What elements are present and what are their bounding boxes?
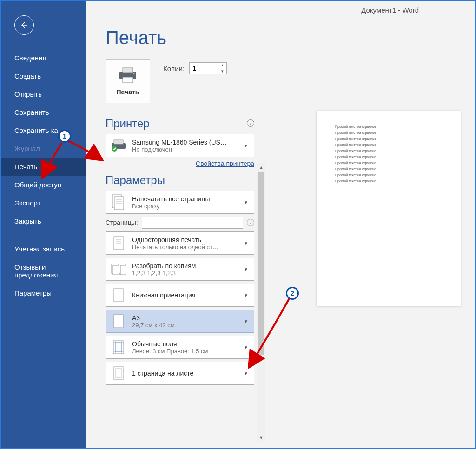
setting-dropdown-1[interactable]: Односторонняя печатьПечатать только на о… <box>106 231 254 255</box>
nav-item-1[interactable]: Создать <box>1 67 86 85</box>
setting-icon <box>110 260 127 278</box>
setting-dropdown-2[interactable]: Разобрать по копиям1,2,3 1,2,3 1,2,3▼ <box>106 258 254 281</box>
setting-icon <box>110 286 127 304</box>
window-title: Документ1 - Word <box>361 6 419 14</box>
annotation-badge-2: 2 <box>286 287 299 300</box>
back-button[interactable] <box>14 15 34 35</box>
print-panel: Печать Печать Копии: ▲ ▼ <box>86 18 475 448</box>
setting-line1: Разобрать по копиям <box>132 262 237 270</box>
setting-dropdown-6[interactable]: 1 страница на листе▼ <box>106 362 254 385</box>
setting-icon <box>110 234 127 252</box>
copies-input[interactable] <box>190 63 218 74</box>
preview-line: Простой текст на странице <box>335 137 442 140</box>
chevron-down-icon: ▼ <box>242 241 250 246</box>
svg-rect-21 <box>114 315 123 328</box>
chevron-down-icon: ▼ <box>242 143 250 148</box>
pages-label: Страницы: <box>106 219 138 226</box>
scroll-thumb[interactable] <box>258 172 264 355</box>
chevron-down-icon: ▼ <box>242 267 250 272</box>
printer-properties-link[interactable]: Свойства принтера <box>106 160 254 167</box>
svg-rect-1 <box>123 68 133 73</box>
info-icon[interactable]: i <box>247 219 254 226</box>
nav-item-6[interactable]: Печать <box>1 158 86 176</box>
nav-item-0[interactable]: Сведения <box>1 49 86 67</box>
printer-dropdown[interactable]: Samsung ML-1860 Series (US… Не подключен… <box>106 134 254 157</box>
printer-device-icon <box>110 139 127 152</box>
setting-line1: Односторонняя печать <box>132 236 237 244</box>
preview-line: Простой текст на странице <box>335 125 442 128</box>
copies-spinner[interactable]: ▲ ▼ <box>189 62 227 74</box>
setting-line1: Обычные поля <box>132 340 237 348</box>
chevron-down-icon: ▼ <box>242 200 250 205</box>
printer-status: Не подключен <box>132 146 237 153</box>
nav-item-3[interactable]: Сохранить <box>1 103 86 121</box>
setting-line1: Книжная ориентация <box>132 291 237 299</box>
printer-name: Samsung ML-1860 Series (US… <box>132 139 237 146</box>
preview-line: Простой текст на странице <box>335 167 442 171</box>
nav-footer-item-1[interactable]: Отзывы и предложения <box>1 258 86 284</box>
setting-line2: Левое: 3 см Правое: 1,5 см <box>132 348 237 355</box>
nav-item-2[interactable]: Открыть <box>1 85 86 103</box>
print-button-label: Печать <box>117 88 139 96</box>
svg-rect-19 <box>120 265 126 275</box>
svg-rect-20 <box>114 289 123 302</box>
preview-line: Простой текст на странице <box>335 143 442 146</box>
preview-line: Простой текст на странице <box>335 173 442 177</box>
scroll-down-icon[interactable]: ▼ <box>257 434 265 442</box>
nav-footer-item-2[interactable]: Параметры <box>1 284 86 302</box>
setting-dropdown-5[interactable]: Обычные поляЛевое: 3 см Правое: 1,5 см▼ <box>106 336 254 359</box>
setting-line2: Печатать только на одной ст… <box>132 244 237 251</box>
setting-dropdown-0[interactable]: Напечатать все страницыВсе сразу▼ <box>106 191 254 214</box>
printer-icon <box>118 67 138 84</box>
setting-dropdown-4[interactable]: A329,7 см x 42 см▼ <box>106 310 254 333</box>
annotation-badge-1: 1 <box>58 130 71 143</box>
svg-rect-5 <box>114 140 123 144</box>
setting-line1: 1 страница на листе <box>132 370 237 377</box>
setting-icon <box>110 312 127 330</box>
printer-heading: Принтер <box>106 117 150 130</box>
setting-line2: Все сразу <box>132 203 237 210</box>
setting-dropdown-3[interactable]: Книжная ориентация▼ <box>106 284 254 307</box>
nav-item-9[interactable]: Закрыть <box>1 212 86 230</box>
nav-item-5: Журнал <box>1 139 86 158</box>
chevron-down-icon: ▼ <box>242 345 250 350</box>
preview-line: Простой текст на странице <box>335 131 442 134</box>
arrow-left-icon <box>20 20 29 30</box>
nav-item-7[interactable]: Общий доступ <box>1 176 86 194</box>
chevron-down-icon: ▼ <box>242 319 250 324</box>
setting-line1: Напечатать все страницы <box>132 195 237 203</box>
page-title: Печать <box>106 27 475 48</box>
svg-rect-2 <box>123 77 133 83</box>
setting-line2: 1,2,3 1,2,3 1,2,3 <box>132 270 237 277</box>
print-button[interactable]: Печать <box>106 59 150 103</box>
preview-line: Простой текст на странице <box>335 155 442 158</box>
svg-rect-17 <box>113 265 119 275</box>
preview-line: Простой текст на странице <box>335 179 442 183</box>
nav-item-8[interactable]: Экспорт <box>1 194 86 212</box>
preview-line: Простой текст на странице <box>335 149 442 152</box>
print-preview: Простой текст на страницеПростой текст н… <box>317 111 461 306</box>
setting-icon <box>110 338 127 357</box>
spinner-down[interactable]: ▼ <box>218 68 226 74</box>
svg-point-3 <box>133 73 135 74</box>
chevron-down-icon: ▼ <box>242 371 250 376</box>
nav-item-4[interactable]: Сохранить ка <box>1 121 86 139</box>
backstage-sidebar: СведенияСоздатьОткрытьСохранитьСохранить… <box>1 1 86 448</box>
chevron-down-icon: ▼ <box>242 293 250 298</box>
pages-input[interactable] <box>142 217 243 229</box>
settings-scrollbar[interactable]: ▲ ▼ <box>257 163 265 442</box>
setting-line1: A3 <box>132 314 237 322</box>
setting-icon <box>110 364 127 383</box>
preview-line: Простой текст на странице <box>335 161 442 165</box>
copies-label: Копии: <box>163 65 185 73</box>
nav-divider <box>14 235 70 235</box>
info-icon[interactable]: i <box>247 119 254 127</box>
scroll-up-icon[interactable]: ▲ <box>257 163 265 172</box>
nav-footer-item-0[interactable]: Учетная запись <box>1 240 86 258</box>
setting-line2: 29,7 см x 42 см <box>132 322 237 329</box>
setting-icon <box>110 193 127 211</box>
spinner-up[interactable]: ▲ <box>218 63 226 68</box>
